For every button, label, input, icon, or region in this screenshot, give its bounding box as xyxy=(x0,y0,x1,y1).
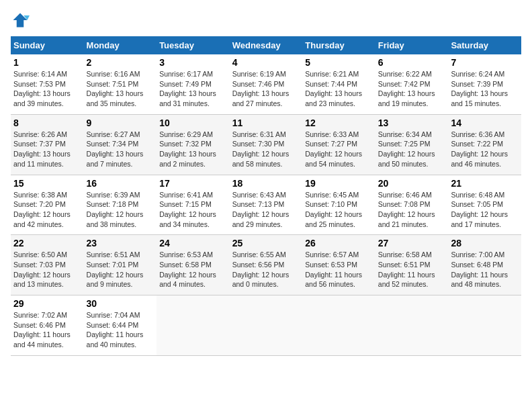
calendar-cell: 28 Sunrise: 7:00 AMSunset: 6:48 PMDaylig… xyxy=(448,235,521,295)
day-info: Sunrise: 6:43 AMSunset: 7:13 PMDaylight:… xyxy=(232,191,290,228)
calendar-table: SundayMondayTuesdayWednesdayThursdayFrid… xyxy=(11,36,521,356)
day-number: 29 xyxy=(13,298,81,309)
calendar-cell: 24 Sunrise: 6:53 AMSunset: 6:58 PMDaylig… xyxy=(157,235,230,295)
day-number: 11 xyxy=(232,118,300,128)
day-number: 1 xyxy=(13,57,81,68)
day-info: Sunrise: 6:14 AMSunset: 7:53 PMDaylight:… xyxy=(13,70,71,107)
column-header-sunday: Sunday xyxy=(11,36,84,54)
day-info: Sunrise: 6:17 AMSunset: 7:49 PMDaylight:… xyxy=(159,70,216,107)
day-number: 3 xyxy=(159,57,227,68)
day-number: 20 xyxy=(378,178,446,189)
calendar-week-1: 8 Sunrise: 6:26 AMSunset: 7:37 PMDayligh… xyxy=(11,114,521,175)
calendar-cell: 9 Sunrise: 6:27 AMSunset: 7:34 PMDayligh… xyxy=(84,114,157,175)
column-header-saturday: Saturday xyxy=(448,36,521,54)
day-info: Sunrise: 6:29 AMSunset: 7:32 PMDaylight:… xyxy=(159,130,216,168)
day-number: 28 xyxy=(451,238,519,248)
day-info: Sunrise: 6:27 AMSunset: 7:34 PMDaylight:… xyxy=(87,130,144,168)
day-info: Sunrise: 7:04 AMSunset: 6:44 PMDaylight:… xyxy=(87,311,144,349)
day-number: 16 xyxy=(87,178,154,189)
day-number: 17 xyxy=(159,178,227,189)
day-info: Sunrise: 6:50 AMSunset: 7:03 PMDaylight:… xyxy=(13,250,71,288)
calendar-cell: 6 Sunrise: 6:22 AMSunset: 7:42 PMDayligh… xyxy=(375,54,449,114)
calendar-cell: 19 Sunrise: 6:45 AMSunset: 7:10 PMDaylig… xyxy=(302,175,375,235)
day-number: 12 xyxy=(305,118,373,128)
day-number: 2 xyxy=(87,57,154,68)
day-info: Sunrise: 6:53 AMSunset: 6:58 PMDaylight:… xyxy=(159,250,216,288)
day-info: Sunrise: 7:02 AMSunset: 6:46 PMDaylight:… xyxy=(13,311,71,349)
calendar-cell xyxy=(375,295,449,356)
calendar-cell: 14 Sunrise: 6:36 AMSunset: 7:22 PMDaylig… xyxy=(448,114,521,175)
day-number: 18 xyxy=(232,178,300,189)
calendar-cell: 7 Sunrise: 6:24 AMSunset: 7:39 PMDayligh… xyxy=(448,54,521,114)
day-info: Sunrise: 6:16 AMSunset: 7:51 PMDaylight:… xyxy=(87,70,144,107)
calendar-cell: 26 Sunrise: 6:57 AMSunset: 6:53 PMDaylig… xyxy=(302,235,375,295)
calendar-cell: 8 Sunrise: 6:26 AMSunset: 7:37 PMDayligh… xyxy=(11,114,84,175)
calendar-cell: 22 Sunrise: 6:50 AMSunset: 7:03 PMDaylig… xyxy=(11,235,84,295)
day-number: 5 xyxy=(305,57,373,68)
day-info: Sunrise: 6:41 AMSunset: 7:15 PMDaylight:… xyxy=(159,191,216,228)
calendar-week-3: 22 Sunrise: 6:50 AMSunset: 7:03 PMDaylig… xyxy=(11,235,521,295)
calendar-cell: 23 Sunrise: 6:51 AMSunset: 7:01 PMDaylig… xyxy=(84,235,157,295)
calendar-cell: 29 Sunrise: 7:02 AMSunset: 6:46 PMDaylig… xyxy=(11,295,84,356)
calendar-cell: 10 Sunrise: 6:29 AMSunset: 7:32 PMDaylig… xyxy=(157,114,230,175)
day-number: 22 xyxy=(13,238,81,248)
day-info: Sunrise: 6:46 AMSunset: 7:08 PMDaylight:… xyxy=(378,191,435,228)
calendar-week-4: 29 Sunrise: 7:02 AMSunset: 6:46 PMDaylig… xyxy=(11,295,521,356)
column-header-thursday: Thursday xyxy=(302,36,375,54)
logo xyxy=(11,11,32,30)
day-number: 23 xyxy=(87,238,154,248)
calendar-cell: 25 Sunrise: 6:55 AMSunset: 6:56 PMDaylig… xyxy=(230,235,303,295)
calendar-cell: 21 Sunrise: 6:48 AMSunset: 7:05 PMDaylig… xyxy=(448,175,521,235)
day-number: 15 xyxy=(13,178,81,189)
day-info: Sunrise: 6:45 AMSunset: 7:10 PMDaylight:… xyxy=(305,191,362,228)
calendar-cell: 11 Sunrise: 6:31 AMSunset: 7:30 PMDaylig… xyxy=(230,114,303,175)
calendar-cell: 2 Sunrise: 6:16 AMSunset: 7:51 PMDayligh… xyxy=(84,54,157,114)
day-number: 8 xyxy=(13,118,81,128)
calendar-cell xyxy=(448,295,521,356)
svg-marker-1 xyxy=(13,13,28,28)
day-number: 26 xyxy=(305,238,373,248)
day-number: 9 xyxy=(87,118,154,128)
logo-icon xyxy=(11,11,30,30)
calendar-cell xyxy=(302,295,375,356)
day-info: Sunrise: 6:39 AMSunset: 7:18 PMDaylight:… xyxy=(87,191,144,228)
calendar-cell: 16 Sunrise: 6:39 AMSunset: 7:18 PMDaylig… xyxy=(84,175,157,235)
calendar-cell: 1 Sunrise: 6:14 AMSunset: 7:53 PMDayligh… xyxy=(11,54,84,114)
day-number: 6 xyxy=(378,57,446,68)
day-info: Sunrise: 6:34 AMSunset: 7:25 PMDaylight:… xyxy=(378,130,435,168)
day-number: 14 xyxy=(451,118,519,128)
column-header-wednesday: Wednesday xyxy=(230,36,303,54)
day-number: 10 xyxy=(159,118,227,128)
day-number: 13 xyxy=(378,118,446,128)
day-info: Sunrise: 6:21 AMSunset: 7:44 PMDaylight:… xyxy=(305,70,362,107)
day-number: 30 xyxy=(87,298,154,309)
day-info: Sunrise: 6:36 AMSunset: 7:22 PMDaylight:… xyxy=(451,130,508,168)
calendar-cell: 18 Sunrise: 6:43 AMSunset: 7:13 PMDaylig… xyxy=(230,175,303,235)
calendar-cell xyxy=(157,295,230,356)
calendar-cell: 4 Sunrise: 6:19 AMSunset: 7:46 PMDayligh… xyxy=(230,54,303,114)
calendar-week-2: 15 Sunrise: 6:38 AMSunset: 7:20 PMDaylig… xyxy=(11,175,521,235)
day-info: Sunrise: 6:19 AMSunset: 7:46 PMDaylight:… xyxy=(232,70,290,107)
calendar-cell: 5 Sunrise: 6:21 AMSunset: 7:44 PMDayligh… xyxy=(302,54,375,114)
day-info: Sunrise: 6:51 AMSunset: 7:01 PMDaylight:… xyxy=(87,250,144,288)
day-number: 21 xyxy=(451,178,519,189)
day-info: Sunrise: 6:26 AMSunset: 7:37 PMDaylight:… xyxy=(13,130,71,168)
day-info: Sunrise: 6:55 AMSunset: 6:56 PMDaylight:… xyxy=(232,250,290,288)
day-info: Sunrise: 6:58 AMSunset: 6:51 PMDaylight:… xyxy=(378,250,435,288)
column-header-tuesday: Tuesday xyxy=(157,36,230,54)
calendar-cell: 30 Sunrise: 7:04 AMSunset: 6:44 PMDaylig… xyxy=(84,295,157,356)
day-info: Sunrise: 6:57 AMSunset: 6:53 PMDaylight:… xyxy=(305,250,362,288)
calendar-cell: 13 Sunrise: 6:34 AMSunset: 7:25 PMDaylig… xyxy=(375,114,449,175)
day-info: Sunrise: 6:24 AMSunset: 7:39 PMDaylight:… xyxy=(451,70,508,107)
calendar-cell: 15 Sunrise: 6:38 AMSunset: 7:20 PMDaylig… xyxy=(11,175,84,235)
day-info: Sunrise: 6:48 AMSunset: 7:05 PMDaylight:… xyxy=(451,191,508,228)
day-number: 4 xyxy=(232,57,300,68)
column-header-friday: Friday xyxy=(375,36,449,54)
calendar-cell xyxy=(230,295,303,356)
day-number: 25 xyxy=(232,238,300,248)
day-info: Sunrise: 6:38 AMSunset: 7:20 PMDaylight:… xyxy=(13,191,71,228)
day-info: Sunrise: 6:33 AMSunset: 7:27 PMDaylight:… xyxy=(305,130,362,168)
calendar-cell: 27 Sunrise: 6:58 AMSunset: 6:51 PMDaylig… xyxy=(375,235,449,295)
calendar-cell: 3 Sunrise: 6:17 AMSunset: 7:49 PMDayligh… xyxy=(157,54,230,114)
day-number: 19 xyxy=(305,178,373,189)
